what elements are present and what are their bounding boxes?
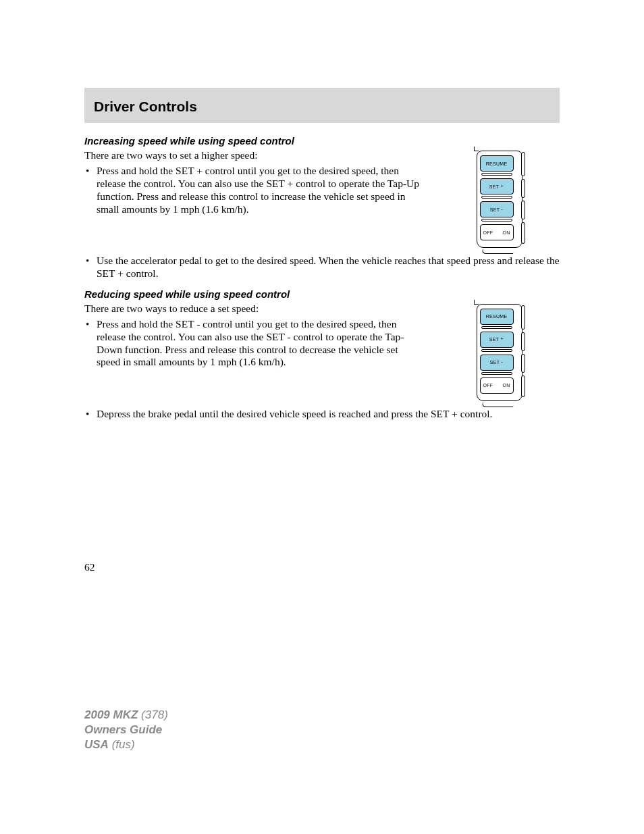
bullet-reduce-2: Depress the brake pedal until the desire…: [84, 408, 560, 421]
footer-region: USA: [84, 738, 109, 751]
diagram-off-on-button: OFFON: [480, 224, 514, 240]
bullet-increase-2: Use the accelerator pedal to get to the …: [84, 255, 560, 280]
footer-region-code: (fus): [112, 738, 135, 751]
subsection-heading-increase: Increasing speed while using speed contr…: [84, 135, 560, 147]
speed-control-diagram-2: RESUME SET+ SET- OFFON: [477, 303, 525, 404]
footer-guide: Owners Guide: [84, 723, 162, 736]
diagram2-set-plus-button: SET+: [480, 332, 514, 348]
diagram2-set-minus-button: SET-: [480, 355, 514, 371]
footer-model: 2009 MKZ: [84, 708, 138, 721]
intro-reduce: There are two ways to reduce a set speed…: [84, 303, 421, 315]
section-title: Driver Controls: [94, 99, 550, 115]
bullet-reduce-1: Press and hold the SET - control until y…: [84, 318, 421, 369]
bullet-increase-1: Press and hold the SET + control until y…: [84, 165, 421, 216]
subsection-heading-reduce: Reducing speed while using speed control: [84, 288, 560, 300]
diagram-set-minus-button: SET-: [480, 201, 514, 217]
diagram2-off-on-button: OFFON: [480, 377, 514, 394]
diagram-resume-button: RESUME: [480, 155, 514, 172]
diagram-set-plus-button: SET+: [480, 178, 514, 194]
speed-control-diagram: RESUME SET+ SET- OFFON: [477, 149, 525, 251]
section-header: Driver Controls: [84, 88, 560, 123]
page-number: 62: [84, 561, 560, 573]
footer-code: (378): [141, 708, 168, 721]
intro-increase: There are two ways to set a higher speed…: [84, 149, 421, 162]
footer: 2009 MKZ (378) Owners Guide USA (fus): [84, 708, 168, 752]
diagram2-resume-button: RESUME: [480, 309, 514, 325]
